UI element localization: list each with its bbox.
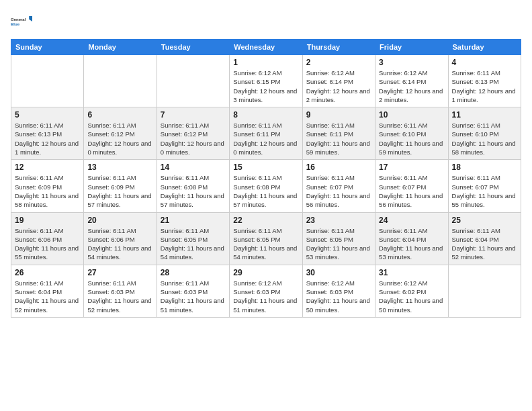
day-info: Sunrise: 6:12 AM Sunset: 6:03 PM Dayligh… xyxy=(233,279,298,314)
weekday-header-wednesday: Wednesday xyxy=(230,40,302,55)
week-row-1: 1Sunrise: 6:12 AM Sunset: 6:15 PM Daylig… xyxy=(11,55,521,107)
day-info: Sunrise: 6:12 AM Sunset: 6:15 PM Dayligh… xyxy=(233,68,298,104)
day-cell: 15Sunrise: 6:11 AM Sunset: 6:08 PM Dayli… xyxy=(230,160,302,212)
day-number: 16 xyxy=(306,163,371,172)
day-number: 31 xyxy=(379,268,444,277)
day-cell: 29Sunrise: 6:12 AM Sunset: 6:03 PM Dayli… xyxy=(230,265,302,317)
day-cell: 8Sunrise: 6:11 AM Sunset: 6:11 PM Daylig… xyxy=(230,107,302,160)
week-row-3: 12Sunrise: 6:11 AM Sunset: 6:09 PM Dayli… xyxy=(11,160,521,212)
day-cell: 24Sunrise: 6:11 AM Sunset: 6:04 PM Dayli… xyxy=(375,212,448,265)
day-number: 1 xyxy=(233,58,298,67)
day-number: 6 xyxy=(87,110,152,120)
day-cell: 17Sunrise: 6:11 AM Sunset: 6:07 PM Dayli… xyxy=(375,160,448,212)
day-cell: 23Sunrise: 6:11 AM Sunset: 6:05 PM Dayli… xyxy=(302,212,375,265)
day-number: 23 xyxy=(306,216,371,225)
day-number: 28 xyxy=(161,268,226,277)
day-info: Sunrise: 6:12 AM Sunset: 6:14 PM Dayligh… xyxy=(306,68,371,104)
day-info: Sunrise: 6:11 AM Sunset: 6:07 PM Dayligh… xyxy=(452,173,517,209)
day-info: Sunrise: 6:12 AM Sunset: 6:03 PM Dayligh… xyxy=(306,279,371,314)
day-info: Sunrise: 6:11 AM Sunset: 6:06 PM Dayligh… xyxy=(87,226,152,262)
weekday-header-row: SundayMondayTuesdayWednesdayThursdayFrid… xyxy=(11,40,521,55)
day-cell: 26Sunrise: 6:11 AM Sunset: 6:04 PM Dayli… xyxy=(11,265,84,317)
day-info: Sunrise: 6:11 AM Sunset: 6:03 PM Dayligh… xyxy=(161,279,226,314)
day-info: Sunrise: 6:11 AM Sunset: 6:05 PM Dayligh… xyxy=(161,226,226,262)
day-info: Sunrise: 6:11 AM Sunset: 6:05 PM Dayligh… xyxy=(306,226,371,262)
day-info: Sunrise: 6:11 AM Sunset: 6:04 PM Dayligh… xyxy=(379,226,444,262)
day-cell: 19Sunrise: 6:11 AM Sunset: 6:06 PM Dayli… xyxy=(11,212,84,265)
day-cell: 21Sunrise: 6:11 AM Sunset: 6:05 PM Dayli… xyxy=(157,212,229,265)
day-cell: 11Sunrise: 6:11 AM Sunset: 6:10 PM Dayli… xyxy=(448,107,521,160)
page-header: GeneralBlue xyxy=(11,11,521,32)
svg-text:General: General xyxy=(11,17,26,21)
day-number: 29 xyxy=(233,268,298,277)
day-info: Sunrise: 6:11 AM Sunset: 6:07 PM Dayligh… xyxy=(306,173,371,209)
day-cell: 14Sunrise: 6:11 AM Sunset: 6:08 PM Dayli… xyxy=(157,160,229,212)
day-cell: 4Sunrise: 6:11 AM Sunset: 6:13 PM Daylig… xyxy=(448,55,521,107)
day-cell: 20Sunrise: 6:11 AM Sunset: 6:06 PM Dayli… xyxy=(84,212,157,265)
day-info: Sunrise: 6:11 AM Sunset: 6:10 PM Dayligh… xyxy=(452,121,517,156)
day-cell: 22Sunrise: 6:11 AM Sunset: 6:05 PM Dayli… xyxy=(230,212,302,265)
day-number: 11 xyxy=(452,110,517,120)
day-cell: 6Sunrise: 6:11 AM Sunset: 6:12 PM Daylig… xyxy=(84,107,157,160)
day-info: Sunrise: 6:12 AM Sunset: 6:02 PM Dayligh… xyxy=(379,279,444,314)
day-info: Sunrise: 6:11 AM Sunset: 6:08 PM Dayligh… xyxy=(233,173,298,209)
svg-marker-2 xyxy=(29,16,32,21)
day-cell: 12Sunrise: 6:11 AM Sunset: 6:09 PM Dayli… xyxy=(11,160,84,212)
day-info: Sunrise: 6:11 AM Sunset: 6:11 PM Dayligh… xyxy=(233,121,298,156)
day-number: 17 xyxy=(379,163,444,172)
day-cell xyxy=(157,55,229,107)
day-info: Sunrise: 6:11 AM Sunset: 6:13 PM Dayligh… xyxy=(452,68,517,104)
week-row-4: 19Sunrise: 6:11 AM Sunset: 6:06 PM Dayli… xyxy=(11,212,521,265)
day-cell: 25Sunrise: 6:11 AM Sunset: 6:04 PM Dayli… xyxy=(448,212,521,265)
day-number: 13 xyxy=(87,163,152,172)
day-cell: 5Sunrise: 6:11 AM Sunset: 6:13 PM Daylig… xyxy=(11,107,84,160)
day-cell xyxy=(448,265,521,317)
calendar-table: SundayMondayTuesdayWednesdayThursdayFrid… xyxy=(11,39,521,318)
day-cell: 18Sunrise: 6:11 AM Sunset: 6:07 PM Dayli… xyxy=(448,160,521,212)
weekday-header-tuesday: Tuesday xyxy=(157,40,229,55)
day-cell: 9Sunrise: 6:11 AM Sunset: 6:11 PM Daylig… xyxy=(302,107,375,160)
day-cell: 13Sunrise: 6:11 AM Sunset: 6:09 PM Dayli… xyxy=(84,160,157,212)
day-info: Sunrise: 6:11 AM Sunset: 6:12 PM Dayligh… xyxy=(87,121,152,156)
day-number: 3 xyxy=(379,58,444,67)
day-cell xyxy=(11,55,84,107)
weekday-header-friday: Friday xyxy=(375,40,448,55)
day-cell: 1Sunrise: 6:12 AM Sunset: 6:15 PM Daylig… xyxy=(230,55,302,107)
week-row-5: 26Sunrise: 6:11 AM Sunset: 6:04 PM Dayli… xyxy=(11,265,521,317)
day-info: Sunrise: 6:11 AM Sunset: 6:04 PM Dayligh… xyxy=(15,279,80,314)
day-cell: 28Sunrise: 6:11 AM Sunset: 6:03 PM Dayli… xyxy=(157,265,229,317)
day-info: Sunrise: 6:12 AM Sunset: 6:14 PM Dayligh… xyxy=(379,68,444,104)
day-number: 10 xyxy=(379,110,444,120)
day-info: Sunrise: 6:11 AM Sunset: 6:11 PM Dayligh… xyxy=(306,121,371,156)
day-number: 15 xyxy=(233,163,298,172)
day-cell: 27Sunrise: 6:11 AM Sunset: 6:03 PM Dayli… xyxy=(84,265,157,317)
day-number: 30 xyxy=(306,268,371,277)
day-info: Sunrise: 6:11 AM Sunset: 6:07 PM Dayligh… xyxy=(379,173,444,209)
weekday-header-sunday: Sunday xyxy=(11,40,84,55)
day-info: Sunrise: 6:11 AM Sunset: 6:06 PM Dayligh… xyxy=(15,226,80,262)
day-number: 8 xyxy=(233,110,298,120)
day-number: 25 xyxy=(452,216,517,225)
day-cell: 16Sunrise: 6:11 AM Sunset: 6:07 PM Dayli… xyxy=(302,160,375,212)
day-info: Sunrise: 6:11 AM Sunset: 6:04 PM Dayligh… xyxy=(452,226,517,262)
day-info: Sunrise: 6:11 AM Sunset: 6:12 PM Dayligh… xyxy=(161,121,226,156)
day-info: Sunrise: 6:11 AM Sunset: 6:10 PM Dayligh… xyxy=(379,121,444,156)
logo: GeneralBlue xyxy=(11,11,32,32)
day-number: 7 xyxy=(161,110,226,120)
weekday-header-saturday: Saturday xyxy=(448,40,521,55)
day-info: Sunrise: 6:11 AM Sunset: 6:13 PM Dayligh… xyxy=(15,121,80,156)
day-cell: 10Sunrise: 6:11 AM Sunset: 6:10 PM Dayli… xyxy=(375,107,448,160)
day-number: 12 xyxy=(15,163,80,172)
day-number: 4 xyxy=(452,58,517,67)
day-number: 20 xyxy=(87,216,152,225)
day-number: 19 xyxy=(15,216,80,225)
logo-icon: GeneralBlue xyxy=(11,11,32,32)
week-row-2: 5Sunrise: 6:11 AM Sunset: 6:13 PM Daylig… xyxy=(11,107,521,160)
day-number: 27 xyxy=(87,268,152,277)
svg-text:Blue: Blue xyxy=(11,22,20,26)
day-number: 26 xyxy=(15,268,80,277)
day-number: 2 xyxy=(306,58,371,67)
weekday-header-monday: Monday xyxy=(84,40,157,55)
day-number: 22 xyxy=(233,216,298,225)
day-cell: 30Sunrise: 6:12 AM Sunset: 6:03 PM Dayli… xyxy=(302,265,375,317)
